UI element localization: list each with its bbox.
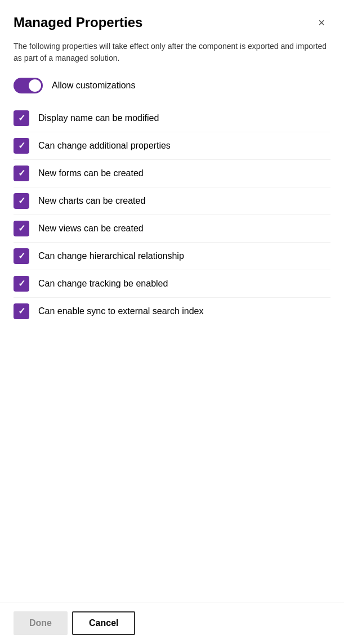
checkbox-row[interactable]: ✓Can enable sync to external search inde… [14, 298, 330, 325]
checkbox-box-0[interactable]: ✓ [14, 110, 29, 126]
checkmark-icon-3: ✓ [18, 196, 25, 205]
checkbox-box-7[interactable]: ✓ [14, 303, 29, 319]
checkmark-icon-5: ✓ [18, 252, 25, 261]
checkmark-icon-7: ✓ [18, 307, 25, 316]
checkbox-box-1[interactable]: ✓ [14, 138, 29, 154]
checkbox-box-6[interactable]: ✓ [14, 276, 29, 292]
checkmark-icon-0: ✓ [18, 114, 25, 123]
allow-customizations-toggle-row: Allow customizations [14, 78, 330, 93]
checkbox-box-2[interactable]: ✓ [14, 166, 29, 181]
checkbox-label-7: Can enable sync to external search index [38, 306, 204, 316]
checkbox-label-5: Can change hierarchical relationship [38, 251, 184, 261]
cancel-button[interactable]: Cancel [72, 611, 135, 635]
dialog-title: Managed Properties [14, 15, 142, 30]
checkbox-row[interactable]: ✓Can change tracking be enabled [14, 270, 330, 298]
dialog-content: Managed Properties × The following prope… [0, 0, 344, 602]
checkbox-label-1: Can change additional properties [38, 141, 171, 151]
dialog-footer: Done Cancel [0, 602, 344, 644]
checkbox-list: ✓Display name can be modified✓Can change… [14, 105, 330, 325]
checkbox-row[interactable]: ✓Can change hierarchical relationship [14, 243, 330, 270]
done-button[interactable]: Done [14, 611, 68, 635]
checkmark-icon-6: ✓ [18, 279, 25, 288]
close-button[interactable]: × [312, 14, 330, 32]
checkbox-label-6: Can change tracking be enabled [38, 279, 168, 289]
checkbox-label-2: New forms can be created [38, 168, 144, 178]
checkbox-label-0: Display name can be modified [38, 113, 159, 123]
managed-properties-dialog: Managed Properties × The following prope… [0, 0, 344, 644]
checkbox-box-3[interactable]: ✓ [14, 193, 29, 209]
checkbox-row[interactable]: ✓Display name can be modified [14, 105, 330, 132]
checkbox-label-3: New charts can be created [38, 196, 145, 206]
checkmark-icon-2: ✓ [18, 169, 25, 178]
checkmark-icon-1: ✓ [18, 141, 25, 150]
toggle-label: Allow customizations [52, 80, 136, 91]
checkbox-label-4: New views can be created [38, 223, 144, 234]
dialog-header: Managed Properties × [14, 14, 330, 32]
toggle-track[interactable] [14, 78, 43, 93]
checkbox-box-5[interactable]: ✓ [14, 248, 29, 264]
toggle-thumb [29, 79, 41, 92]
customizations-toggle[interactable] [14, 78, 43, 93]
checkbox-row[interactable]: ✓New views can be created [14, 215, 330, 243]
checkmark-icon-4: ✓ [18, 224, 25, 233]
checkbox-row[interactable]: ✓New charts can be created [14, 187, 330, 215]
checkbox-row[interactable]: ✓Can change additional properties [14, 132, 330, 160]
checkbox-row[interactable]: ✓New forms can be created [14, 160, 330, 187]
checkbox-box-4[interactable]: ✓ [14, 221, 29, 236]
dialog-description: The following properties will take effec… [14, 41, 330, 64]
